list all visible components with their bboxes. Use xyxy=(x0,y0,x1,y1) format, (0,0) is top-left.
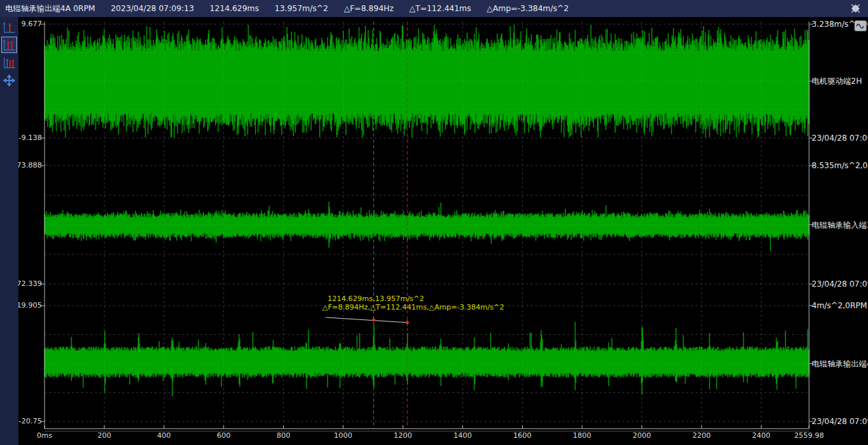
waveform-plot[interactable] xyxy=(0,0,868,445)
sine-wave-icon xyxy=(856,22,866,31)
active-channel-label: 电辊轴承输出端4A 0RPM xyxy=(5,3,95,14)
harmonic-cursor-icon xyxy=(2,56,16,70)
dual-cursor-icon xyxy=(2,38,16,52)
datetime-label: 2023/04/28 07:09:13 xyxy=(111,4,194,13)
pan-tool-button[interactable] xyxy=(1,72,17,88)
single-cursor-icon xyxy=(2,20,16,35)
cursor-amplitude-label: 13.957m/s^2 xyxy=(274,4,328,13)
single-cursor-tool-button[interactable] xyxy=(1,19,17,35)
cursor-time-label: 1214.629ms xyxy=(210,4,259,13)
tool-sidebar xyxy=(0,17,18,445)
status-bar: 电辊轴承输出端4A 0RPM 2023/04/28 07:09:13 1214.… xyxy=(0,0,868,17)
collapse-arrows-icon xyxy=(850,3,861,14)
delta-frequency-label: △F=8.894Hz xyxy=(344,4,394,13)
harmonic-cursor-tool-button[interactable] xyxy=(1,54,17,71)
mini-waveform-button[interactable] xyxy=(854,20,867,31)
delta-amplitude-label: △Amp=-3.384m/s^2 xyxy=(487,4,569,13)
dual-cursor-tool-button[interactable] xyxy=(1,37,17,53)
pan-move-icon xyxy=(2,73,16,88)
collapse-window-button[interactable] xyxy=(850,3,861,14)
delta-time-label: △T=112.441ms xyxy=(409,4,471,13)
